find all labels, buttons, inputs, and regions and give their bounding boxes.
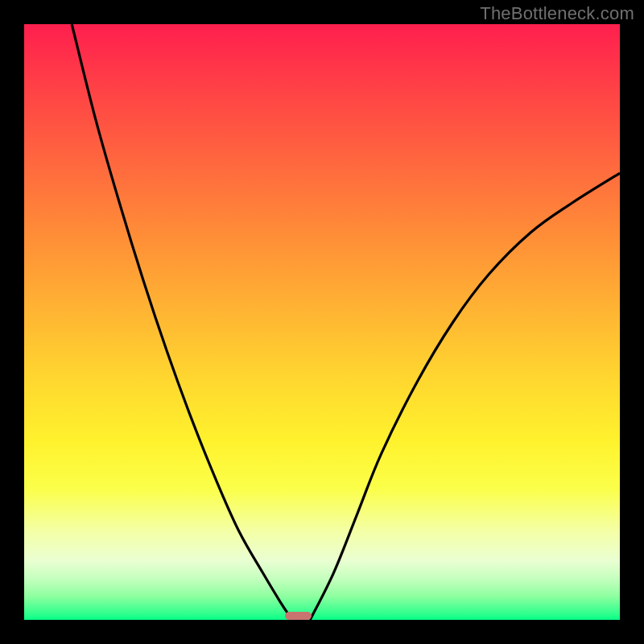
bottleneck-marker xyxy=(285,612,312,620)
right-curve-path xyxy=(310,173,620,620)
watermark-text: TheBottleneck.com xyxy=(480,3,634,24)
curves-svg xyxy=(24,24,620,620)
left-curve-path xyxy=(72,24,292,620)
plot-area xyxy=(24,24,620,620)
chart-frame: TheBottleneck.com xyxy=(0,0,644,644)
